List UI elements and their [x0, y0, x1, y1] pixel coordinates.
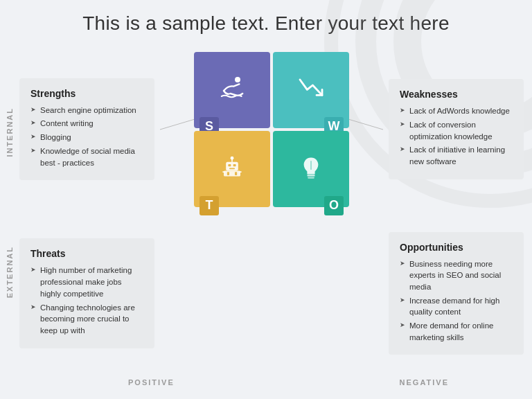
threats-box: Threats High number of marketing profess… — [19, 238, 154, 348]
main-title: This is a sample text. Enter your text h… — [14, 12, 518, 35]
svg-rect-17 — [307, 175, 314, 176]
weaknesses-item-2: Lack of conversion optimization knowledg… — [400, 119, 513, 142]
opportunities-item-1: Business needing more experts in SEO and… — [400, 258, 513, 293]
svg-rect-18 — [308, 177, 314, 178]
swot-s-cell: S — [194, 52, 270, 128]
bulb-icon — [297, 153, 325, 181]
title-area: This is a sample text. Enter your text h… — [0, 0, 532, 42]
positive-label: POSITIVE — [128, 378, 175, 387]
strengths-item-3: Blogging — [30, 132, 143, 143]
internal-label: INTERNAL — [6, 107, 14, 157]
strengths-item-4: Knowledge of social media best - practic… — [30, 145, 143, 168]
svg-rect-10 — [224, 170, 240, 176]
svg-rect-8 — [233, 164, 236, 166]
weaknesses-list: Lack of AdWords knowledge Lack of conver… — [400, 105, 513, 167]
threats-item-2: Changing technologies are becoming more … — [30, 302, 143, 337]
svg-rect-11 — [227, 172, 229, 175]
threats-heading: Threats — [30, 248, 143, 259]
swot-t-label: T — [200, 196, 219, 215]
threats-list: High number of marketing professional ma… — [30, 265, 143, 336]
weaknesses-heading: Weaknesses — [400, 89, 513, 100]
strengths-list: Search engine optimization Content writi… — [30, 105, 143, 168]
strengths-box: Strengths Search engine optimization Con… — [19, 78, 154, 180]
strengths-item-1: Search engine optimization — [30, 105, 143, 116]
swimmer-icon — [218, 74, 246, 102]
weaknesses-item-3: Lack of initiative in learning new softw… — [400, 144, 513, 167]
opportunities-list: Business needing more experts in SEO and… — [400, 258, 513, 344]
opportunities-box: Opportunities Business needing more expe… — [389, 232, 524, 355]
robot-icon — [218, 153, 246, 181]
strengths-heading: Strengths — [30, 88, 143, 99]
svg-rect-9 — [229, 168, 235, 169]
slide: This is a sample text. Enter your text h… — [0, 0, 532, 399]
threats-item-1: High number of marketing professional ma… — [30, 265, 143, 299]
swot-o-label: O — [324, 196, 344, 215]
swot-w-cell: W — [273, 52, 349, 128]
swot-o-cell: O — [273, 131, 349, 207]
swot-grid: S W — [194, 52, 349, 207]
opportunities-item-2: Increase demand for high quality content — [400, 295, 513, 318]
svg-point-5 — [235, 77, 240, 82]
strengths-item-2: Content writing — [30, 118, 143, 130]
external-label: EXTERNAL — [6, 246, 14, 298]
chart-down-icon — [297, 74, 325, 102]
svg-point-14 — [231, 156, 234, 159]
svg-rect-12 — [235, 172, 237, 175]
opportunities-item-3: More demand for online marketing skills — [400, 320, 513, 343]
weaknesses-box: Weaknesses Lack of AdWords knowledge Lac… — [389, 79, 524, 179]
swot-t-cell: T — [194, 131, 270, 207]
svg-rect-6 — [226, 161, 238, 170]
svg-rect-7 — [228, 164, 231, 166]
weaknesses-item-1: Lack of AdWords knowledge — [400, 105, 513, 117]
negative-label: NEGATIVE — [400, 378, 449, 387]
opportunities-heading: Opportunities — [400, 242, 513, 253]
